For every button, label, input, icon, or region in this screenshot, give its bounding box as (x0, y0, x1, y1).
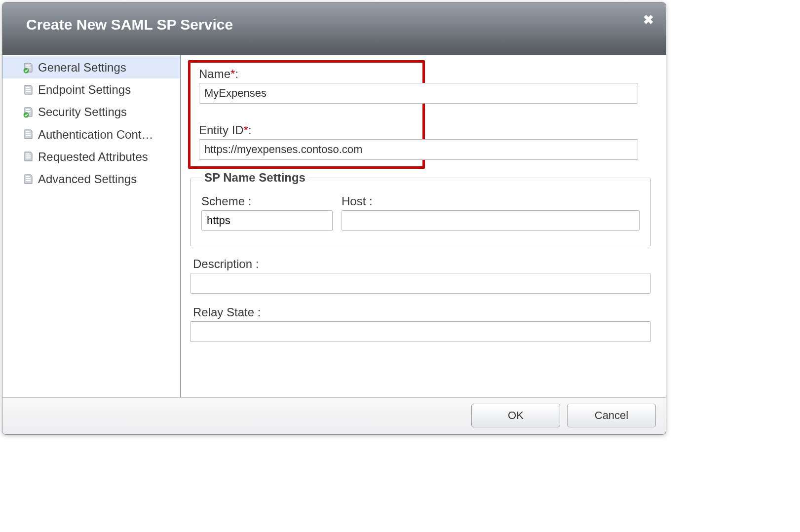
scheme-label: Scheme : (201, 194, 333, 208)
sidebar-item-label: Requested Attributes (38, 148, 148, 166)
description-label: Description : (190, 257, 651, 271)
entity-id-field-row: Entity ID*: (188, 123, 653, 160)
relay-state-input[interactable] (190, 321, 651, 342)
page-icon (22, 128, 34, 140)
sidebar: General Settings Endpoint Settings Secur… (2, 55, 181, 397)
relay-state-label: Relay State : (190, 305, 651, 319)
sp-name-settings-legend: SP Name Settings (201, 171, 308, 185)
scheme-input[interactable] (202, 211, 333, 230)
host-input[interactable] (342, 210, 640, 231)
entity-id-label-text: Entity ID (199, 123, 244, 137)
sidebar-item-authentication-context[interactable]: Authentication Cont… (2, 123, 180, 146)
page-icon (22, 151, 34, 162)
name-input[interactable] (199, 83, 638, 104)
sidebar-item-general-settings[interactable]: General Settings (2, 56, 180, 78)
highlighted-fields: Name*: Entity ID*: (188, 60, 653, 170)
dialog-title: Create New SAML SP Service (26, 16, 233, 33)
ok-button[interactable]: OK (471, 404, 560, 427)
description-field-row: Description : (190, 257, 651, 294)
sidebar-item-security-settings[interactable]: Security Settings (2, 101, 180, 123)
required-asterisk: * (244, 123, 248, 137)
entity-id-label: Entity ID*: (188, 123, 653, 137)
scheme-combobox[interactable] (201, 210, 333, 231)
page-check-icon (22, 62, 34, 74)
sp-name-settings-fieldset: SP Name Settings Scheme : (190, 171, 651, 246)
dialog-footer: OK Cancel (2, 397, 666, 434)
page-icon (22, 173, 34, 185)
cancel-button[interactable]: Cancel (567, 404, 656, 427)
page-icon (22, 84, 34, 96)
sidebar-item-label: Endpoint Settings (38, 80, 131, 99)
page-check-icon (22, 106, 34, 118)
sidebar-item-label: Advanced Settings (38, 170, 137, 188)
dialog: Create New SAML SP Service ✖ General Set… (2, 2, 666, 435)
sidebar-item-label: Authentication Cont… (38, 125, 153, 144)
required-asterisk: * (230, 67, 235, 80)
description-input[interactable] (190, 273, 651, 294)
sidebar-item-label: Security Settings (38, 103, 127, 121)
dialog-body: General Settings Endpoint Settings Secur… (2, 55, 666, 397)
main-panel: Name*: Entity ID*: SP Name Settings Sche… (181, 55, 666, 397)
name-label-text: Name (199, 67, 230, 80)
name-label: Name*: (188, 67, 653, 81)
sidebar-item-label: General Settings (38, 58, 126, 76)
titlebar: Create New SAML SP Service ✖ (2, 2, 666, 55)
host-label: Host : (342, 194, 640, 208)
name-field-row: Name*: (188, 67, 653, 104)
sidebar-item-advanced-settings[interactable]: Advanced Settings (2, 168, 180, 190)
sidebar-item-requested-attributes[interactable]: Requested Attributes (2, 146, 180, 168)
relay-state-field-row: Relay State : (190, 305, 651, 342)
entity-id-input[interactable] (199, 139, 638, 160)
sidebar-item-endpoint-settings[interactable]: Endpoint Settings (2, 78, 180, 101)
close-icon[interactable]: ✖ (643, 13, 654, 26)
